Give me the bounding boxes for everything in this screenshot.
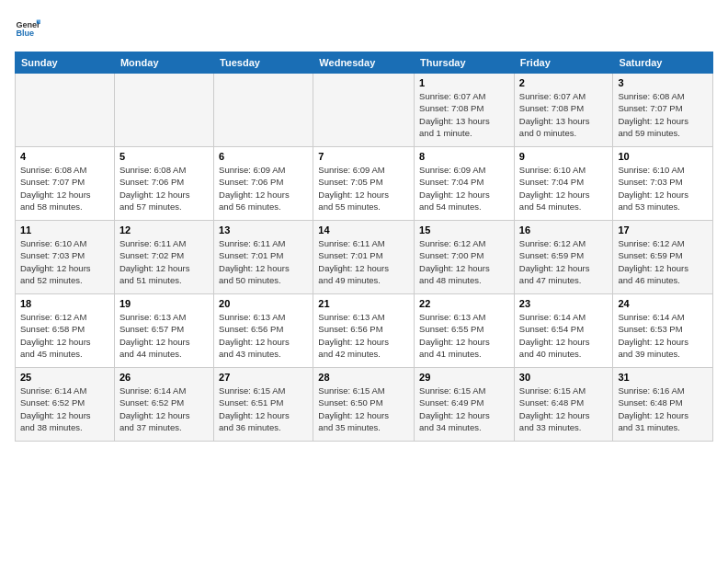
- calendar-week-row: 4Sunrise: 6:08 AM Sunset: 7:07 PM Daylig…: [16, 147, 713, 221]
- day-number: 8: [419, 151, 509, 162]
- calendar-week-row: 18Sunrise: 6:12 AM Sunset: 6:58 PM Dayli…: [16, 294, 713, 368]
- calendar-week-row: 25Sunrise: 6:14 AM Sunset: 6:52 PM Dayli…: [16, 368, 713, 442]
- day-number: 6: [219, 151, 308, 162]
- day-info: Sunrise: 6:10 AM Sunset: 7:03 PM Dayligh…: [20, 237, 109, 286]
- svg-text:Blue: Blue: [16, 29, 34, 38]
- day-info: Sunrise: 6:07 AM Sunset: 7:08 PM Dayligh…: [419, 90, 509, 139]
- day-info: Sunrise: 6:13 AM Sunset: 6:57 PM Dayligh…: [119, 311, 209, 360]
- calendar-week-row: 1Sunrise: 6:07 AM Sunset: 7:08 PM Daylig…: [16, 74, 713, 147]
- calendar-cell: 23Sunrise: 6:14 AM Sunset: 6:54 PM Dayli…: [514, 294, 613, 368]
- day-number: 18: [20, 298, 109, 309]
- calendar-cell: 3Sunrise: 6:08 AM Sunset: 7:07 PM Daylig…: [613, 74, 713, 147]
- day-info: Sunrise: 6:08 AM Sunset: 7:07 PM Dayligh…: [20, 164, 109, 213]
- day-number: 5: [119, 151, 209, 162]
- day-info: Sunrise: 6:14 AM Sunset: 6:52 PM Dayligh…: [119, 385, 209, 433]
- day-info: Sunrise: 6:10 AM Sunset: 7:04 PM Dayligh…: [519, 164, 609, 213]
- weekday-header-tuesday: Tuesday: [214, 52, 313, 74]
- day-info: Sunrise: 6:12 AM Sunset: 6:59 PM Dayligh…: [519, 237, 609, 286]
- day-info: Sunrise: 6:13 AM Sunset: 6:55 PM Dayligh…: [419, 311, 509, 360]
- day-info: Sunrise: 6:13 AM Sunset: 6:56 PM Dayligh…: [318, 311, 409, 360]
- day-info: Sunrise: 6:08 AM Sunset: 7:07 PM Dayligh…: [618, 90, 708, 139]
- day-number: 28: [318, 372, 409, 383]
- weekday-header-saturday: Saturday: [613, 52, 713, 74]
- day-number: 29: [419, 372, 509, 383]
- calendar-cell: 20Sunrise: 6:13 AM Sunset: 6:56 PM Dayli…: [214, 294, 313, 368]
- day-number: 23: [519, 298, 609, 309]
- day-info: Sunrise: 6:09 AM Sunset: 7:04 PM Dayligh…: [419, 164, 509, 213]
- calendar-cell: [214, 74, 313, 147]
- logo-icon: General Blue: [15, 15, 40, 40]
- day-info: Sunrise: 6:07 AM Sunset: 7:08 PM Dayligh…: [519, 90, 609, 139]
- day-number: 13: [219, 224, 308, 236]
- calendar-cell: [16, 74, 115, 147]
- day-info: Sunrise: 6:15 AM Sunset: 6:49 PM Dayligh…: [419, 385, 509, 433]
- day-info: Sunrise: 6:11 AM Sunset: 7:02 PM Dayligh…: [119, 237, 209, 286]
- day-number: 16: [519, 224, 609, 236]
- calendar-cell: 14Sunrise: 6:11 AM Sunset: 7:01 PM Dayli…: [313, 221, 415, 294]
- calendar-cell: 7Sunrise: 6:09 AM Sunset: 7:05 PM Daylig…: [313, 147, 415, 221]
- weekday-header-thursday: Thursday: [415, 52, 515, 74]
- day-number: 25: [20, 372, 109, 383]
- day-number: 26: [119, 372, 209, 383]
- calendar-cell: 10Sunrise: 6:10 AM Sunset: 7:03 PM Dayli…: [613, 147, 713, 221]
- day-number: 11: [20, 224, 109, 236]
- day-info: Sunrise: 6:11 AM Sunset: 7:01 PM Dayligh…: [318, 237, 409, 286]
- day-number: 22: [419, 298, 509, 309]
- day-number: 21: [318, 298, 409, 309]
- calendar-cell: 25Sunrise: 6:14 AM Sunset: 6:52 PM Dayli…: [16, 368, 115, 442]
- calendar-cell: 31Sunrise: 6:16 AM Sunset: 6:48 PM Dayli…: [613, 368, 713, 442]
- calendar-cell: 16Sunrise: 6:12 AM Sunset: 6:59 PM Dayli…: [514, 221, 613, 294]
- day-info: Sunrise: 6:09 AM Sunset: 7:06 PM Dayligh…: [219, 164, 308, 213]
- calendar-cell: 5Sunrise: 6:08 AM Sunset: 7:06 PM Daylig…: [114, 147, 213, 221]
- day-info: Sunrise: 6:14 AM Sunset: 6:52 PM Dayligh…: [20, 385, 109, 433]
- calendar-cell: 6Sunrise: 6:09 AM Sunset: 7:06 PM Daylig…: [214, 147, 313, 221]
- day-number: 3: [618, 77, 708, 88]
- day-info: Sunrise: 6:15 AM Sunset: 6:48 PM Dayligh…: [519, 385, 609, 433]
- day-info: Sunrise: 6:14 AM Sunset: 6:53 PM Dayligh…: [618, 311, 708, 360]
- day-number: 14: [318, 224, 409, 236]
- logo: General Blue: [15, 15, 44, 40]
- calendar-cell: 4Sunrise: 6:08 AM Sunset: 7:07 PM Daylig…: [16, 147, 115, 221]
- calendar-header-row: SundayMondayTuesdayWednesdayThursdayFrid…: [16, 52, 713, 74]
- day-info: Sunrise: 6:16 AM Sunset: 6:48 PM Dayligh…: [618, 385, 708, 433]
- day-number: 27: [219, 372, 308, 383]
- page-header: General Blue: [15, 15, 713, 40]
- day-info: Sunrise: 6:12 AM Sunset: 6:58 PM Dayligh…: [20, 311, 109, 360]
- day-info: Sunrise: 6:11 AM Sunset: 7:01 PM Dayligh…: [219, 237, 308, 286]
- day-info: Sunrise: 6:09 AM Sunset: 7:05 PM Dayligh…: [318, 164, 409, 213]
- calendar-cell: 24Sunrise: 6:14 AM Sunset: 6:53 PM Dayli…: [613, 294, 713, 368]
- day-number: 4: [20, 151, 109, 162]
- day-number: 12: [119, 224, 209, 236]
- day-number: 20: [219, 298, 308, 309]
- calendar-cell: 12Sunrise: 6:11 AM Sunset: 7:02 PM Dayli…: [114, 221, 213, 294]
- weekday-header-monday: Monday: [114, 52, 213, 74]
- day-number: 1: [419, 77, 509, 88]
- day-number: 2: [519, 77, 609, 88]
- day-number: 9: [519, 151, 609, 162]
- day-info: Sunrise: 6:10 AM Sunset: 7:03 PM Dayligh…: [618, 164, 708, 213]
- calendar-cell: 13Sunrise: 6:11 AM Sunset: 7:01 PM Dayli…: [214, 221, 313, 294]
- calendar-body: 1Sunrise: 6:07 AM Sunset: 7:08 PM Daylig…: [16, 74, 713, 442]
- day-number: 7: [318, 151, 409, 162]
- calendar-cell: [114, 74, 213, 147]
- calendar-table: SundayMondayTuesdayWednesdayThursdayFrid…: [15, 52, 713, 442]
- day-info: Sunrise: 6:15 AM Sunset: 6:50 PM Dayligh…: [318, 385, 409, 433]
- calendar-cell: 15Sunrise: 6:12 AM Sunset: 7:00 PM Dayli…: [415, 221, 515, 294]
- calendar-cell: 22Sunrise: 6:13 AM Sunset: 6:55 PM Dayli…: [415, 294, 515, 368]
- day-info: Sunrise: 6:13 AM Sunset: 6:56 PM Dayligh…: [219, 311, 308, 360]
- day-number: 31: [618, 372, 708, 383]
- day-number: 24: [618, 298, 708, 309]
- calendar-cell: 11Sunrise: 6:10 AM Sunset: 7:03 PM Dayli…: [16, 221, 115, 294]
- day-number: 19: [119, 298, 209, 309]
- weekday-header-wednesday: Wednesday: [313, 52, 415, 74]
- weekday-header-friday: Friday: [514, 52, 613, 74]
- calendar-cell: 27Sunrise: 6:15 AM Sunset: 6:51 PM Dayli…: [214, 368, 313, 442]
- day-info: Sunrise: 6:15 AM Sunset: 6:51 PM Dayligh…: [219, 385, 308, 433]
- day-number: 10: [618, 151, 708, 162]
- calendar-cell: 9Sunrise: 6:10 AM Sunset: 7:04 PM Daylig…: [514, 147, 613, 221]
- calendar-cell: 2Sunrise: 6:07 AM Sunset: 7:08 PM Daylig…: [514, 74, 613, 147]
- calendar-cell: 19Sunrise: 6:13 AM Sunset: 6:57 PM Dayli…: [114, 294, 213, 368]
- calendar-cell: 17Sunrise: 6:12 AM Sunset: 6:59 PM Dayli…: [613, 221, 713, 294]
- day-info: Sunrise: 6:08 AM Sunset: 7:06 PM Dayligh…: [119, 164, 209, 213]
- calendar-cell: 26Sunrise: 6:14 AM Sunset: 6:52 PM Dayli…: [114, 368, 213, 442]
